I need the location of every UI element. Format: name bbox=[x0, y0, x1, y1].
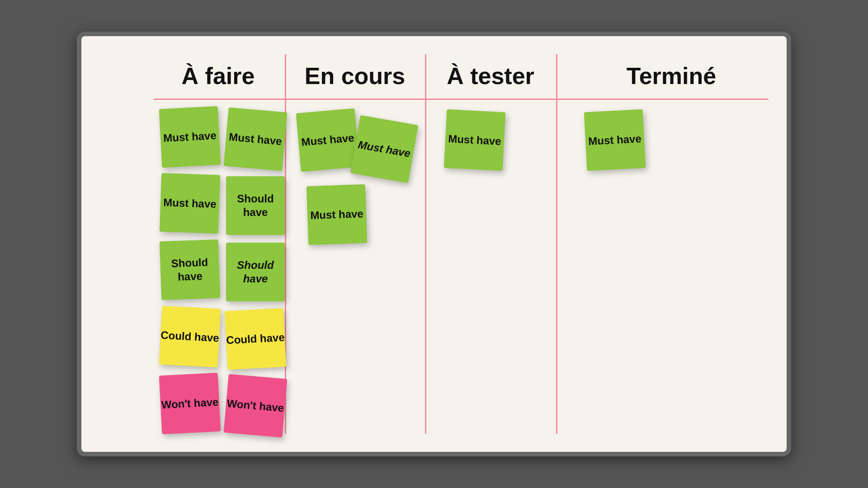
divider-2 bbox=[425, 54, 426, 434]
divider-1 bbox=[285, 54, 286, 434]
note-afaire-c2-r4[interactable]: Could have bbox=[225, 308, 287, 370]
col-header-termine: Terminé bbox=[556, 45, 787, 94]
note-termine-1[interactable]: Must have bbox=[584, 109, 646, 171]
header-divider bbox=[154, 99, 769, 100]
divider-3 bbox=[556, 54, 557, 434]
note-afaire-c2-r3[interactable]: Should have bbox=[226, 243, 285, 301]
note-afaire-c1-r3[interactable]: Should have bbox=[160, 239, 220, 300]
col-header-encours: En cours bbox=[285, 45, 425, 94]
note-encours-3[interactable]: Must have bbox=[307, 184, 367, 245]
note-afaire-c2-r2[interactable]: Should have bbox=[226, 176, 285, 235]
note-afaire-c1-r2[interactable]: Must have bbox=[160, 173, 220, 234]
note-afaire-c2-r1[interactable]: Must have bbox=[224, 108, 288, 171]
note-atester-1[interactable]: Must have bbox=[444, 109, 506, 171]
note-afaire-c2-r5[interactable]: Won't have bbox=[224, 374, 288, 438]
note-afaire-c1-r5[interactable]: Won't have bbox=[159, 373, 221, 435]
note-encours-2[interactable]: Must have bbox=[350, 115, 419, 183]
note-afaire-c1-r4[interactable]: Could have bbox=[159, 306, 221, 368]
col-header-afaire: À faire bbox=[151, 45, 285, 94]
note-afaire-c1-r1[interactable]: Must have bbox=[159, 106, 221, 168]
col-header-atester: À tester bbox=[425, 45, 556, 94]
note-encours-1[interactable]: Must have bbox=[296, 108, 360, 172]
whiteboard: À faire En cours À tester Terminé Must h… bbox=[77, 32, 791, 456]
